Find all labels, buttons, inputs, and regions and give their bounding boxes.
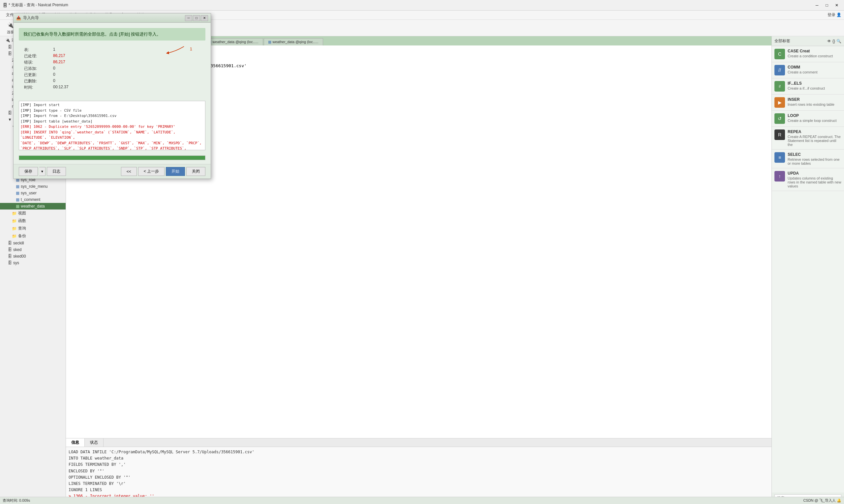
dialog-close-button[interactable]: ✕ xyxy=(201,15,208,21)
snippet-case-info: CASE Creat Create a condition construct xyxy=(788,49,841,58)
annotation-1: 1 xyxy=(190,47,192,51)
folder-icon-backups: 📁 xyxy=(12,234,17,238)
snippet-upda-desc: Updates columns of existing rows in the … xyxy=(788,176,841,188)
snippet-upda-info: UPDA Updates columns of existing rows in… xyxy=(788,171,841,188)
snippet-repea[interactable]: R REPEA Create A REPEAT construct. The S… xyxy=(772,127,844,149)
sidebar-item-sys-role-menu[interactable]: ▦ sys_role_menu xyxy=(0,183,66,190)
imp-log-8: `PRCP_ATTRIBUTES`, `SLP`, `SLP_ATTRIBUTE… xyxy=(20,146,204,150)
updated-label: 已更新: xyxy=(24,72,50,78)
bottom-tab-status[interactable]: 状态 xyxy=(85,438,104,447)
db-icon-sked: 🗄 xyxy=(8,247,12,252)
sidebar-item-queries-folder[interactable]: 📁 查询 xyxy=(0,224,66,232)
dialog-controls[interactable]: ─ □ ✕ xyxy=(185,15,208,21)
bottom-tab-info[interactable]: 信息 xyxy=(66,438,85,447)
snippet-upda[interactable]: ↑ UPDA Updates columns of existing rows … xyxy=(772,168,844,191)
sidebar-item-seckill[interactable]: 🗄 seckill xyxy=(0,240,66,247)
snippet-ifel[interactable]: if IF...ELS Create a if...if construct xyxy=(772,78,844,94)
snippet-ifel-title: IF...ELS xyxy=(788,81,841,86)
tab-weather-data-3[interactable]: ▦ weather_data @qing (loc... ✕ xyxy=(264,38,323,46)
title-bar-left: 🗄 * 无标题 - 查询 - Navicat Premium xyxy=(3,2,68,8)
snippet-selec-desc: Retrieve rows selected from one or more … xyxy=(788,158,841,165)
log-button[interactable]: 日志 xyxy=(47,167,66,176)
login-area[interactable]: 登录 👤 xyxy=(828,12,841,18)
table-icon-t-comment: ▦ xyxy=(16,197,19,202)
folder-icon-functions: 📁 xyxy=(12,219,17,223)
dialog-title: 📥 导入向导 xyxy=(16,15,39,21)
snippet-loop[interactable]: ↺ LOOP Create a simple loop construct xyxy=(772,111,844,127)
imp-log-1: [IMP] Import start xyxy=(20,103,204,108)
tab-weather-data-2[interactable]: ▦ weather_data @qing (loc... ✕ xyxy=(204,38,263,46)
minimize-button[interactable]: ─ xyxy=(812,2,822,9)
log-line-5: OPTIONALLY ENCLOSED BY '"' xyxy=(69,474,769,481)
status-bar: 查询时间: 0.009s CSDN @ 飞_导入人 🔔 xyxy=(0,497,844,504)
sidebar-item-sked00[interactable]: 🗄 sked00 xyxy=(0,253,66,259)
folder-icon-queries: 📁 xyxy=(12,226,17,231)
sidebar-item-sked[interactable]: 🗄 sked xyxy=(0,247,66,253)
snippet-loop-title: LOOP xyxy=(788,113,841,118)
eye-icon[interactable]: 👁 xyxy=(827,39,831,43)
tab-close-4[interactable]: ✕ xyxy=(258,40,261,44)
dialog-maximize-button[interactable]: □ xyxy=(193,15,200,21)
maximize-button[interactable]: □ xyxy=(822,2,831,9)
search-icon[interactable]: 🔍 xyxy=(837,39,841,43)
db-icon-doc: 🗄 xyxy=(8,45,12,49)
snippet-comm-title: COMM xyxy=(788,65,841,70)
right-panel-header: 全部标签 👁 {} 🔍 xyxy=(772,36,844,46)
db-icon-loc: 🗄 xyxy=(8,51,12,56)
prev-button[interactable]: < 上一步 xyxy=(138,167,165,176)
window-controls[interactable]: ─ □ ✕ xyxy=(812,2,841,9)
sidebar-item-t-comment[interactable]: ▦ t_comment xyxy=(0,196,66,203)
sidebar-item-sys-user[interactable]: ▦ sys_user xyxy=(0,190,66,196)
first-button[interactable]: << xyxy=(121,167,137,176)
snippet-comm[interactable]: // COMM Create a comment xyxy=(772,62,844,78)
table-icon-sys-user: ▦ xyxy=(16,191,19,195)
brackets-icon[interactable]: {} xyxy=(832,39,835,43)
dialog-footer: 保存 ▼ 日志 << < 上一步 开始 关闭 xyxy=(14,164,211,179)
snippet-comm-desc: Create a comment xyxy=(788,70,841,74)
expand-icon-qing: ▼ xyxy=(8,117,12,122)
sidebar-item-sys[interactable]: 🗄 sys xyxy=(0,259,66,266)
updated-value: 0 xyxy=(53,72,200,78)
snippet-ifel-desc: Create a if...if construct xyxy=(788,86,841,90)
close-button[interactable]: ✕ xyxy=(832,2,841,9)
dialog-minimize-button[interactable]: ─ xyxy=(185,15,192,21)
snippet-inser-desc: Insert rows into existing table xyxy=(788,103,841,106)
tab-close-5[interactable]: ✕ xyxy=(318,40,321,44)
log-line-1: LOAD DATA INFILE 'C:/ProgramData/MySQL/M… xyxy=(69,449,769,455)
snippet-case-desc: Create a condition construct xyxy=(788,54,841,58)
log-line-2: INTO TABLE weather_data xyxy=(69,455,769,462)
connect-sidebar-icon: 🔌 xyxy=(5,38,10,42)
start-button[interactable]: 开始 xyxy=(166,167,185,176)
query-time: 查询时间: 0.009s xyxy=(3,498,30,503)
import-dialog[interactable]: 📥 导入向导 ─ □ ✕ 我们已收集向导导入数据时所需的全部信息。点击 [开始]… xyxy=(13,13,211,179)
time-value: 00:12.37 xyxy=(53,85,200,90)
close-dialog-button[interactable]: 关闭 xyxy=(186,167,205,176)
dialog-titlebar: 📥 导入向导 ─ □ ✕ xyxy=(14,14,211,23)
progress-bar-fill xyxy=(19,156,205,160)
progress-bar-container xyxy=(19,156,205,160)
snippet-inser[interactable]: ▶ INSER Insert rows into existing table xyxy=(772,94,844,111)
snippet-loop-icon: ↺ xyxy=(774,113,785,124)
bottom-content-area: LOAD DATA INFILE 'C:/ProgramData/MySQL/M… xyxy=(66,447,772,504)
sidebar-item-weather-data[interactable]: ▦ weather_data xyxy=(0,203,66,210)
save-button[interactable]: 保存 xyxy=(19,167,38,176)
db-icon-seckill: 🗄 xyxy=(8,241,12,246)
snippet-repea-icon: R xyxy=(774,129,785,140)
snippet-comm-icon: // xyxy=(774,65,785,75)
snippet-selec[interactable]: ≡ SELEC Retrieve rows selected from one … xyxy=(772,149,844,168)
save-dropdown-button[interactable]: ▼ xyxy=(39,167,46,176)
log-line-3: FIELDS TERMINATED BY ',' xyxy=(69,462,769,468)
snippet-loop-info: LOOP Create a simple loop construct xyxy=(788,113,841,123)
snippet-case[interactable]: C CASE Creat Create a condition construc… xyxy=(772,46,844,62)
sidebar-item-views-folder[interactable]: 📁 视图 xyxy=(0,210,66,217)
snippet-inser-info: INSER Insert rows into existing table xyxy=(788,97,841,106)
log-line-6: LINES TERMINATED BY '\r' xyxy=(69,481,769,487)
sidebar-item-functions-folder[interactable]: 📁 函数 xyxy=(0,217,66,224)
snippet-upda-icon: ↑ xyxy=(774,171,785,181)
snippet-ifel-info: IF...ELS Create a if...if construct xyxy=(788,81,841,90)
right-panel-title: 全部标签 xyxy=(774,38,790,44)
sidebar-item-backups-folder[interactable]: 📁 备份 xyxy=(0,232,66,240)
dialog-header-message: 我们已收集向导导入数据时所需的全部信息。点击 [开始] 按钮进行导入。 xyxy=(19,28,205,40)
bottom-tabs: 信息 状态 xyxy=(66,438,772,447)
snippet-ifel-icon: if xyxy=(774,81,785,92)
